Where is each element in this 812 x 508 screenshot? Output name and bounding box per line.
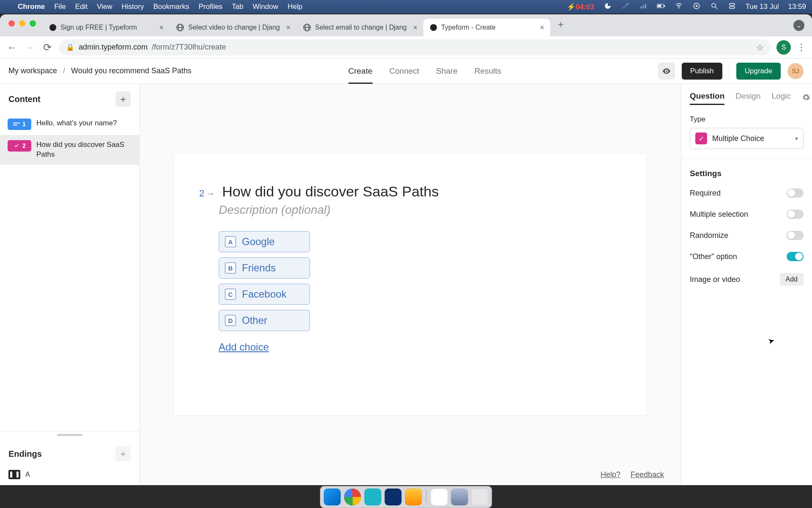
menu-bookmarks[interactable]: Bookmarks xyxy=(153,3,189,11)
svg-rect-5 xyxy=(664,5,665,6)
upgrade-button[interactable]: Upgrade xyxy=(736,63,781,80)
spotlight-icon[interactable] xyxy=(710,2,719,12)
choice-option[interactable]: BFriends xyxy=(219,257,310,279)
macos-dock xyxy=(320,484,492,508)
wifi-icon[interactable] xyxy=(675,2,683,12)
dock-app-chrome[interactable] xyxy=(344,489,361,505)
dock-app-generic-4[interactable] xyxy=(431,489,448,505)
browser-tab[interactable]: Select video to change | Djang × xyxy=(170,19,296,36)
add-choice-link[interactable]: Add choice xyxy=(219,341,269,353)
ending-list-item[interactable]: A xyxy=(0,464,139,485)
toggle-multiple-selection[interactable] xyxy=(787,210,804,219)
help-link[interactable]: Help? xyxy=(601,470,620,479)
battery-icon[interactable] xyxy=(657,2,665,12)
browser-tab[interactable]: Select email to change | Djang × xyxy=(296,19,423,36)
lock-icon: 🔒 xyxy=(66,43,74,51)
panel-tab-logic[interactable]: Logic xyxy=(772,91,791,105)
new-tab-button[interactable]: ＋ xyxy=(554,17,568,31)
add-question-button[interactable]: ＋ xyxy=(115,91,131,107)
menu-file[interactable]: File xyxy=(54,3,66,11)
menu-edit[interactable]: Edit xyxy=(75,3,88,11)
menubar-date[interactable]: Tue 13 Jul xyxy=(746,3,779,11)
panel-tab-question[interactable]: Question xyxy=(690,91,724,105)
menu-view[interactable]: View xyxy=(97,3,112,11)
workspace-link[interactable]: My workspace xyxy=(8,66,57,75)
add-ending-button[interactable]: ＋ xyxy=(115,446,131,461)
panel-resize-handle[interactable] xyxy=(57,434,82,436)
question-card[interactable]: 2→ How did you discover SaaS Paths Descr… xyxy=(173,153,647,416)
choice-key: B xyxy=(225,262,236,273)
menu-window[interactable]: Window xyxy=(253,3,278,11)
macos-menubar: Chrome File Edit View History Bookmarks … xyxy=(0,0,812,14)
dock-app-generic-3[interactable] xyxy=(405,489,422,505)
tab-results[interactable]: Results xyxy=(475,58,501,83)
preview-button[interactable] xyxy=(658,63,675,80)
menubar-app-name[interactable]: Chrome xyxy=(18,3,45,11)
tab-connect[interactable]: Connect xyxy=(390,58,420,83)
toggle-other-option[interactable] xyxy=(787,252,804,261)
menu-profiles[interactable]: Profiles xyxy=(198,3,222,11)
menubar-clock[interactable]: 13:59 xyxy=(788,3,806,11)
battery-status-icon[interactable]: ⚡04:03 xyxy=(567,3,594,11)
svg-rect-3 xyxy=(645,4,646,8)
tab-share[interactable]: Share xyxy=(436,58,458,83)
bookmark-star-icon[interactable]: ☆ xyxy=(756,42,764,52)
nav-reload-button[interactable]: ⟳ xyxy=(41,41,53,53)
tab-close-icon[interactable]: × xyxy=(413,23,417,32)
window-close-button[interactable] xyxy=(8,20,15,27)
tab-close-icon[interactable]: × xyxy=(159,23,164,32)
question-list-item-active[interactable]: 2 How did you discover SaaS Paths xyxy=(0,135,139,165)
form-name[interactable]: Would you recommend SaaS Paths xyxy=(71,66,192,75)
dock-trash[interactable] xyxy=(472,489,488,505)
feedback-link[interactable]: Feedback xyxy=(631,470,664,479)
address-bar[interactable]: 🔒 admin.typeform.com/form/z7T30lhu/creat… xyxy=(59,39,771,55)
question-list-item[interactable]: 1 Hello, what's your name? xyxy=(0,113,139,135)
main-nav-tabs: Create Connect Share Results xyxy=(348,58,502,83)
choice-option[interactable]: CFacebook xyxy=(219,284,310,305)
tab-overflow-icon[interactable]: ⌄ xyxy=(793,20,804,31)
choice-label[interactable]: Facebook xyxy=(242,288,286,300)
menu-history[interactable]: History xyxy=(121,3,144,11)
question-index: 2→ xyxy=(199,188,214,199)
menu-tab[interactable]: Tab xyxy=(232,3,243,11)
nav-back-button[interactable]: ← xyxy=(6,41,18,53)
nav-forward-button[interactable]: → xyxy=(24,41,36,53)
toggle-required[interactable] xyxy=(787,188,804,198)
menubar-extra-icon[interactable] xyxy=(728,2,736,12)
choice-option[interactable]: AGoogle xyxy=(219,231,310,252)
choice-key: A xyxy=(225,236,236,247)
tab-close-icon[interactable]: × xyxy=(540,23,544,32)
panel-settings-icon[interactable] xyxy=(802,93,810,104)
dock-app-finder[interactable] xyxy=(324,489,341,505)
dock-app-generic-1[interactable] xyxy=(365,489,381,505)
question-title-input[interactable]: How did you discover SaaS Paths xyxy=(222,183,439,200)
publish-button[interactable]: Publish xyxy=(682,63,722,80)
panel-tab-design[interactable]: Design xyxy=(735,91,760,105)
tab-close-icon[interactable]: × xyxy=(286,23,291,32)
add-media-button[interactable]: Add xyxy=(780,273,804,286)
window-minimize-button[interactable] xyxy=(19,20,25,27)
browser-tab-active[interactable]: Typeform - Create × xyxy=(423,19,550,36)
menubar-app-icon-1[interactable] xyxy=(604,2,612,12)
content-sidebar: Content ＋ 1 Hello, what's your name? 2 xyxy=(0,84,140,485)
chrome-profile-avatar[interactable]: S xyxy=(776,40,791,55)
choice-label[interactable]: Google xyxy=(242,236,274,248)
svg-point-7 xyxy=(678,8,679,8)
dock-app-generic-2[interactable] xyxy=(385,489,402,505)
toggle-randomize[interactable] xyxy=(787,231,804,240)
control-center-icon[interactable] xyxy=(692,2,701,12)
dock-app-generic-5[interactable] xyxy=(451,489,468,505)
window-zoom-button[interactable] xyxy=(30,20,36,27)
chrome-menu-icon[interactable]: ⋮ xyxy=(797,42,806,53)
choice-label[interactable]: Friends xyxy=(242,262,276,274)
question-type-select[interactable]: ✓ Multiple Choice ▾ xyxy=(690,128,804,149)
choice-label[interactable]: Other xyxy=(242,315,267,326)
menubar-app-icon-2[interactable] xyxy=(621,2,630,12)
menubar-app-icon-3[interactable] xyxy=(639,2,647,12)
browser-tab[interactable]: Sign up FREE | Typeform × xyxy=(43,19,170,36)
choice-option[interactable]: DOther xyxy=(219,310,310,331)
tab-create[interactable]: Create xyxy=(348,58,373,83)
menu-help[interactable]: Help xyxy=(288,3,302,11)
user-avatar[interactable]: SJ xyxy=(787,63,804,79)
question-description-input[interactable]: Description (optional) xyxy=(219,203,621,217)
